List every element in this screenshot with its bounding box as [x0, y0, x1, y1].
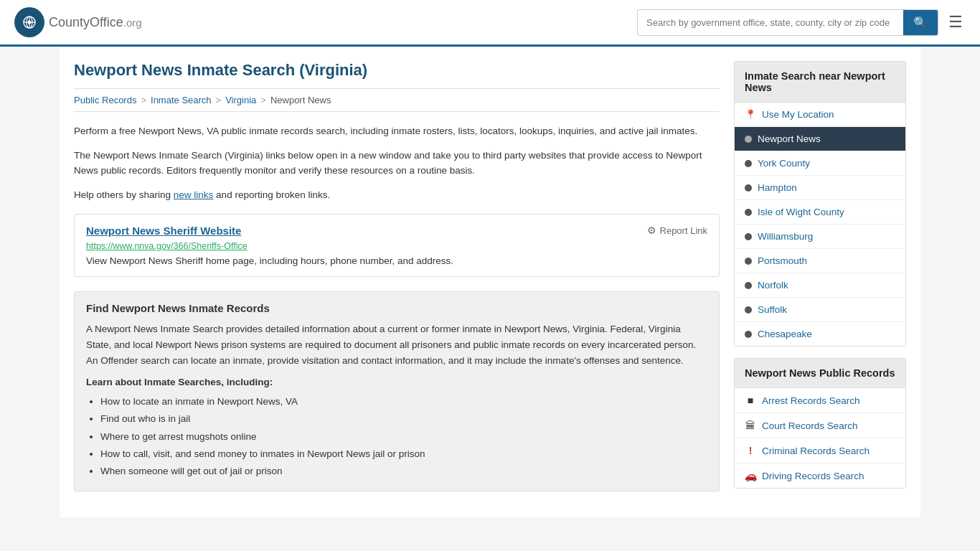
nearby-link-isle-of-wight[interactable]: Isle of Wight County	[758, 207, 844, 217]
nearby-link-williamsburg[interactable]: Williamsburg	[758, 231, 813, 242]
arrest-records-link[interactable]: Arrest Records Search	[762, 395, 860, 406]
link-card-title[interactable]: Newport News Sheriff Website	[86, 225, 241, 237]
sidebar-item-chesapeake[interactable]: Chesapeake	[735, 322, 905, 346]
breadcrumb-inmate-search[interactable]: Inmate Search	[151, 95, 212, 105]
search-input[interactable]	[638, 11, 903, 34]
page-title: Newport News Inmate Search (Virginia)	[74, 61, 720, 80]
link-card: Newport News Sheriff Website ⚙ Report Li…	[74, 214, 720, 277]
sidebar-item-norfolk[interactable]: Norfolk	[735, 273, 905, 298]
dot-icon	[745, 160, 752, 167]
main-container: Newport News Inmate Search (Virginia) Pu…	[60, 47, 920, 517]
nearby-link-hampton[interactable]: Hampton	[758, 182, 797, 193]
svg-point-5	[28, 21, 32, 24]
use-my-location-item[interactable]: 📍 Use My Location	[735, 103, 905, 127]
intro-text-1: Perform a free Newport News, VA public i…	[74, 123, 720, 139]
court-records-link[interactable]: Court Records Search	[762, 420, 858, 431]
nearby-link-portsmouth[interactable]: Portsmouth	[758, 255, 807, 266]
report-label: Report Link	[660, 225, 707, 236]
use-location-link[interactable]: Use My Location	[762, 109, 834, 120]
nearby-link-chesapeake[interactable]: Chesapeake	[758, 329, 812, 339]
public-records-header: Newport News Public Records	[734, 358, 906, 387]
search-bar: 🔍	[637, 9, 938, 36]
search-button[interactable]: 🔍	[903, 10, 938, 35]
nearby-link-york-county[interactable]: York County	[758, 158, 810, 169]
help-text-post: and reporting broken links.	[213, 189, 330, 200]
dot-icon	[745, 233, 752, 240]
breadcrumb-sep-3: >	[260, 95, 266, 105]
learn-item: Where to get arrest mugshots online	[100, 428, 707, 446]
breadcrumb-sep-1: >	[141, 95, 146, 105]
header-controls: 🔍 ☰	[637, 9, 966, 36]
dot-icon	[745, 258, 752, 265]
content-area: Newport News Inmate Search (Virginia) Pu…	[74, 61, 720, 503]
nearby-link-norfolk[interactable]: Norfolk	[758, 280, 788, 291]
arrest-records-item[interactable]: ■ Arrest Records Search	[735, 388, 905, 413]
location-pin-icon: 📍	[745, 109, 756, 120]
dot-icon	[745, 306, 752, 314]
sidebar-item-york-county[interactable]: York County	[735, 151, 905, 176]
sidebar-item-isle-of-wight[interactable]: Isle of Wight County	[735, 200, 905, 225]
link-description: View Newport News Sheriff home page, inc…	[86, 255, 707, 266]
report-icon: ⚙	[647, 225, 656, 236]
find-section-title: Find Newport News Inmate Records	[86, 302, 707, 314]
learn-title: Learn about Inmate Searches, including:	[86, 377, 707, 387]
learn-list: How to locate an inmate in Newport News,…	[86, 393, 707, 480]
report-link-button[interactable]: ⚙ Report Link	[647, 225, 707, 236]
find-section: Find Newport News Inmate Records A Newpo…	[74, 291, 720, 491]
sidebar-item-williamsburg[interactable]: Williamsburg	[735, 225, 905, 249]
breadcrumb-sep-2: >	[216, 95, 222, 105]
sidebar-item-newport-news[interactable]: Newport News	[735, 127, 905, 151]
breadcrumb: Public Records > Inmate Search > Virgini…	[74, 88, 720, 112]
nearby-header: Inmate Search near Newport News	[734, 61, 906, 102]
breadcrumb-virginia[interactable]: Virginia	[225, 95, 256, 105]
active-dot-icon	[745, 136, 752, 143]
court-records-icon: 🏛	[745, 420, 756, 431]
logo-icon	[14, 7, 44, 37]
learn-item: How to call, visit, and send money to in…	[100, 446, 707, 463]
dot-icon	[745, 184, 752, 192]
sidebar-item-portsmouth[interactable]: Portsmouth	[735, 249, 905, 273]
court-records-item[interactable]: 🏛 Court Records Search	[735, 413, 905, 438]
help-text: Help others by sharing new links and rep…	[74, 187, 720, 203]
breadcrumb-current: Newport News	[270, 95, 331, 105]
public-records-section: Newport News Public Records ■ Arrest Rec…	[734, 358, 906, 489]
nearby-link-suffolk[interactable]: Suffolk	[758, 304, 787, 315]
criminal-records-icon: !	[745, 445, 756, 456]
driving-records-icon: 🚗	[745, 470, 756, 481]
new-links-link[interactable]: new links	[174, 189, 214, 200]
logo-text: CountyOffice.org	[49, 15, 142, 30]
breadcrumb-public-records[interactable]: Public Records	[74, 95, 136, 105]
dot-icon	[745, 282, 752, 289]
dot-icon	[745, 209, 752, 216]
public-records-list: ■ Arrest Records Search 🏛 Court Records …	[734, 387, 906, 489]
learn-item: How to locate an inmate in Newport News,…	[100, 393, 707, 410]
sidebar-item-hampton[interactable]: Hampton	[735, 176, 905, 200]
nearby-items-list: 📍 Use My Location Newport News York Coun…	[734, 102, 906, 347]
driving-records-item[interactable]: 🚗 Driving Records Search	[735, 463, 905, 488]
link-url[interactable]: https://www.nnva.gov/366/Sheriffs-Office	[86, 241, 707, 251]
menu-button[interactable]: ☰	[946, 10, 966, 34]
learn-item: Find out who is in jail	[100, 410, 707, 428]
help-text-pre: Help others by sharing	[74, 189, 174, 200]
link-card-header: Newport News Sheriff Website ⚙ Report Li…	[86, 225, 707, 237]
arrest-records-icon: ■	[745, 395, 756, 406]
dot-icon	[745, 331, 752, 338]
find-section-body: A Newport News Inmate Search provides de…	[86, 321, 707, 368]
nearby-label-newport-news: Newport News	[758, 133, 821, 144]
criminal-records-item[interactable]: ! Criminal Records Search	[735, 438, 905, 463]
sidebar-item-suffolk[interactable]: Suffolk	[735, 298, 905, 322]
criminal-records-link[interactable]: Criminal Records Search	[762, 446, 870, 456]
driving-records-link[interactable]: Driving Records Search	[762, 471, 864, 481]
learn-item: When someone will get out of jail or pri…	[100, 463, 707, 480]
site-header: CountyOffice.org 🔍 ☰	[0, 0, 980, 47]
logo[interactable]: CountyOffice.org	[14, 7, 142, 37]
sidebar: Inmate Search near Newport News 📍 Use My…	[734, 61, 906, 503]
nearby-section: Inmate Search near Newport News 📍 Use My…	[734, 61, 906, 347]
intro-text-2: The Newport News Inmate Search (Virginia…	[74, 148, 720, 179]
